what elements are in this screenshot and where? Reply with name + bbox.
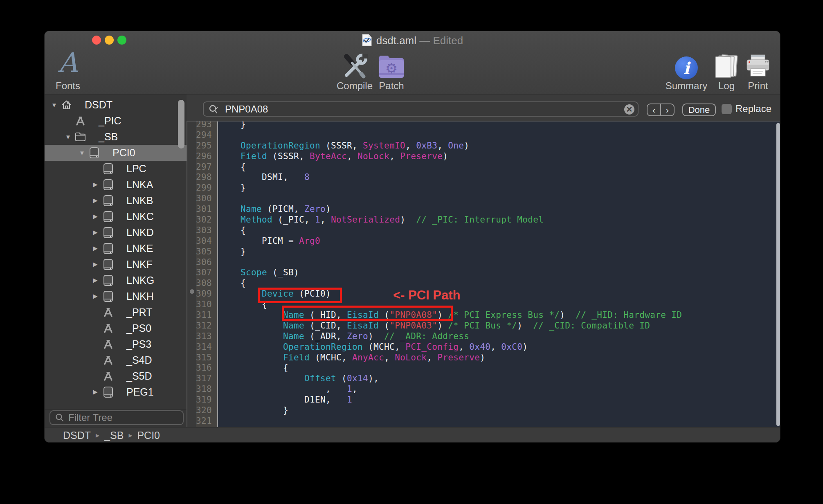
code-editor[interactable]: 293 }294295 OperationRegion (SSSR, Syste… [196, 122, 780, 427]
code-token: // _ADR: Address [384, 331, 469, 341]
sidebar-item-label: LNKD [126, 227, 154, 239]
sidebar-item-lnkd[interactable]: ▶LNKD [45, 225, 187, 241]
compile-icon[interactable] [340, 52, 369, 82]
device-icon [103, 290, 114, 302]
sidebar-item-lnkg[interactable]: ▶LNKG [45, 272, 187, 288]
sidebar-item-lnkh[interactable]: ▶LNKH [45, 288, 187, 304]
editor-scrollbar-thumb[interactable] [776, 123, 780, 426]
log-button-label[interactable]: Log [718, 80, 735, 92]
code-token: Name [283, 321, 304, 331]
print-icon[interactable] [745, 54, 771, 81]
disclosure-right-icon[interactable]: ▶ [93, 245, 98, 252]
annotation-pci-path-label: <- PCI Path [393, 288, 461, 303]
code-token: Field [283, 353, 310, 362]
sidebar-item-dsdt[interactable]: ▼DSDT [45, 97, 187, 113]
compile-button-label[interactable]: Compile [337, 80, 373, 92]
disclosure-down-icon[interactable]: ▼ [79, 149, 85, 156]
code-line-314: 314 OperationRegion (MCHC, PCI_Config, 0… [196, 342, 780, 353]
sidebar-item-lnkc[interactable]: ▶LNKC [45, 209, 187, 225]
disclosure-right-icon[interactable]: ▶ [93, 292, 98, 300]
line-number: 318 [196, 384, 215, 395]
find-bar: PNP0A08 ✕ ‹ › Done Replace [187, 94, 780, 122]
code-text: OperationRegion (MCHC, PCI_Config, 0x40,… [219, 342, 528, 353]
line-number: 310 [196, 299, 215, 310]
code-line-303: 303 { [196, 225, 780, 236]
code-token: (PICM, [262, 204, 304, 214]
sidebar-item-label: DSDT [85, 99, 112, 111]
sidebar-item-_ps3[interactable]: _PS3 [45, 336, 187, 352]
code-token: } [219, 247, 246, 256]
code-token: 8 [304, 172, 310, 182]
patch-icon[interactable]: ⚙ [378, 54, 405, 81]
filter-tree-input[interactable]: Filter Tree [49, 410, 184, 425]
breadcrumb-item-dsdt[interactable]: DSDT [63, 430, 91, 441]
code-token: (_SB) [267, 268, 299, 277]
sidebar-item-pci0[interactable]: ▼PCI0 [45, 145, 187, 161]
code-text: { [219, 225, 246, 236]
method-icon [103, 338, 114, 350]
disclosure-right-icon[interactable]: ▶ [93, 229, 98, 236]
sidebar-item-_s4d[interactable]: _S4D [45, 352, 187, 368]
log-icon[interactable] [714, 55, 739, 79]
code-token: ) [517, 321, 533, 331]
sidebar-item-_ps0[interactable]: _PS0 [45, 320, 187, 336]
code-token: 0x40 [469, 342, 490, 352]
disclosure-right-icon[interactable]: ▶ [93, 388, 98, 396]
line-number: 307 [196, 268, 215, 278]
pane-splitter[interactable] [187, 122, 196, 427]
clear-search-button[interactable]: ✕ [624, 104, 634, 115]
code-token [219, 141, 241, 151]
code-token: , [219, 384, 347, 394]
code-token: OperationRegion [283, 342, 363, 352]
line-number: 298 [196, 172, 215, 183]
print-button-label[interactable]: Print [748, 80, 768, 92]
code-token: ) [443, 151, 448, 161]
summary-icon[interactable]: i [675, 56, 698, 79]
sidebar-scrollbar-thumb[interactable] [178, 100, 184, 148]
search-icon [209, 104, 221, 114]
code-token: D1EN, [219, 395, 347, 405]
line-number: 312 [196, 321, 215, 331]
sidebar-item-lnke[interactable]: ▶LNKE [45, 241, 187, 256]
replace-checkbox-label[interactable]: Replace [735, 103, 771, 115]
code-text: Method (_PIC, 1, NotSerialized) // _PIC:… [219, 215, 544, 225]
breadcrumb-item-_sb[interactable]: _SB [104, 430, 124, 441]
code-line-302: 302 Method (_PIC, 1, NotSerialized) // _… [196, 215, 780, 225]
disclosure-right-icon[interactable]: ▶ [93, 261, 98, 268]
search-input[interactable]: PNP0A08 ✕ [203, 101, 639, 117]
summary-button-label[interactable]: Summary [666, 80, 708, 92]
sidebar-item-label: _PIC [99, 115, 121, 127]
sidebar-item-peg1[interactable]: ▶PEG1 [45, 384, 187, 400]
fonts-button-label[interactable]: Fonts [56, 80, 80, 92]
sidebar-item-lnkb[interactable]: ▶LNKB [45, 193, 187, 209]
sidebar-item-lnkf[interactable]: ▶LNKF [45, 256, 187, 272]
disclosure-right-icon[interactable]: ▶ [93, 197, 98, 204]
replace-checkbox[interactable] [722, 104, 732, 114]
disclosure-down-icon[interactable]: ▼ [65, 133, 71, 140]
annotation-box-hid-pnp0a08 [282, 306, 453, 321]
sidebar-item-_pic[interactable]: _PIC [45, 113, 187, 129]
disclosure-right-icon[interactable]: ▶ [93, 181, 98, 188]
sidebar-item-_sb[interactable]: ▼_SB [45, 129, 187, 145]
sidebar-item-_prt[interactable]: _PRT [45, 304, 187, 320]
line-number: 296 [196, 151, 215, 162]
sidebar-item-label: PEG1 [126, 386, 154, 398]
sidebar-item-_s5d[interactable]: _S5D [45, 368, 187, 384]
sidebar-item-label: LNKG [126, 274, 154, 286]
line-number: 315 [196, 353, 215, 363]
code-token [219, 321, 283, 331]
disclosure-right-icon[interactable]: ▶ [93, 213, 98, 220]
sidebar-item-lpc[interactable]: LPC [45, 161, 187, 177]
done-button[interactable]: Done [682, 104, 716, 116]
sidebar-item-lnka[interactable]: ▶LNKA [45, 177, 187, 193]
disclosure-down-icon[interactable]: ▼ [51, 101, 57, 108]
code-token [219, 215, 241, 225]
code-token: ) [560, 310, 576, 320]
disclosure-right-icon[interactable]: ▶ [93, 277, 98, 284]
patch-button-label[interactable]: Patch [379, 80, 404, 92]
find-next-button[interactable]: › [661, 104, 674, 115]
find-previous-button[interactable]: ‹ [648, 104, 661, 115]
breadcrumb-item-pci0[interactable]: PCI0 [137, 430, 160, 441]
code-token: } [219, 405, 288, 415]
line-number: 294 [196, 130, 215, 141]
